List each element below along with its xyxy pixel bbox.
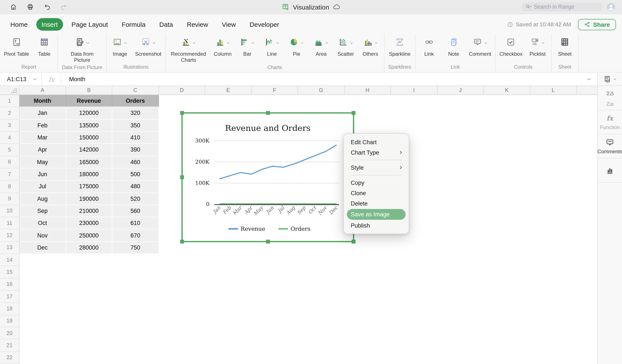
row-header-17[interactable]: 17 xyxy=(0,291,19,303)
cell[interactable]: 190000 xyxy=(66,193,112,205)
cell[interactable]: 460 xyxy=(112,156,159,168)
scatter-button[interactable]: Scatter xyxy=(336,37,355,57)
sidebar-item-chart[interactable] xyxy=(598,158,622,183)
row-header-14[interactable]: 14 xyxy=(0,254,19,266)
sidebar-item-comments[interactable]: Comments xyxy=(598,134,622,158)
tab-data[interactable]: Data xyxy=(154,18,178,31)
cell[interactable]: 165000 xyxy=(66,156,112,168)
sheet-button[interactable]: Sheet xyxy=(555,37,574,57)
row-header-22[interactable]: 22 xyxy=(0,352,19,364)
selection-handle[interactable] xyxy=(351,240,355,244)
comment-button[interactable]: Comment xyxy=(469,37,491,57)
share-button[interactable]: Share xyxy=(578,19,616,30)
row-header-11[interactable]: 11 xyxy=(0,217,19,230)
row-header-6[interactable]: 6 xyxy=(0,156,19,168)
column-button[interactable]: Column xyxy=(213,37,232,57)
cell[interactable]: 520 xyxy=(112,193,159,205)
column-header-B[interactable]: B xyxy=(66,86,112,95)
column-header-J[interactable]: J xyxy=(437,86,484,95)
others-button[interactable]: Others xyxy=(361,37,380,57)
row-header-21[interactable]: 21 xyxy=(0,340,19,352)
line-button[interactable]: Line xyxy=(262,37,281,57)
data-from-picture-button[interactable]: Data from Picture xyxy=(63,37,101,63)
selection-handle[interactable] xyxy=(351,111,355,115)
cell[interactable]: 670 xyxy=(112,230,159,242)
dropdown-chevron-icon[interactable] xyxy=(541,41,545,45)
menu-item-save-as-image[interactable]: Save as Image xyxy=(347,209,406,220)
menu-item-edit-chart[interactable]: Edit Chart xyxy=(344,137,409,147)
chart-object[interactable]: 0100K200K300KJanFebMarAprMayJunJulAugSep… xyxy=(181,112,354,242)
column-header-G[interactable]: G xyxy=(298,86,345,95)
undo-icon[interactable] xyxy=(43,3,51,11)
row-header-3[interactable]: 3 xyxy=(0,119,19,132)
row-header-20[interactable]: 20 xyxy=(0,327,19,340)
menu-item-clone[interactable]: Clone xyxy=(344,188,409,198)
picklist-button[interactable]: Picklist xyxy=(528,37,547,57)
cell[interactable]: 320 xyxy=(112,107,159,120)
cell[interactable]: 350 xyxy=(112,119,159,132)
dropdown-chevron-icon[interactable] xyxy=(86,41,90,45)
column-header-K[interactable]: K xyxy=(484,86,530,95)
cell[interactable]: 210000 xyxy=(66,205,112,217)
sparkline-button[interactable]: Sparkline xyxy=(389,37,410,57)
cell[interactable]: 120000 xyxy=(66,107,112,120)
row-header-4[interactable]: 4 xyxy=(0,132,19,144)
sheet-view-tool[interactable] xyxy=(598,73,622,86)
row-header-8[interactable]: 8 xyxy=(0,180,19,193)
cell-header[interactable]: Revenue xyxy=(66,95,112,107)
row-header-12[interactable]: 12 xyxy=(0,230,19,242)
redo-icon[interactable] xyxy=(60,3,68,11)
dropdown-chevron-icon[interactable] xyxy=(374,41,378,45)
select-all-corner[interactable] xyxy=(0,86,19,95)
menu-item-style[interactable]: Style xyxy=(344,162,409,173)
tab-view[interactable]: View xyxy=(217,18,241,31)
column-header-L[interactable]: L xyxy=(530,86,577,95)
cell[interactable]: 410 xyxy=(112,132,159,144)
search-box[interactable] xyxy=(522,2,602,11)
screenshot-button[interactable]: Screenshot xyxy=(135,37,161,57)
tab-developer[interactable]: Developer xyxy=(244,18,284,31)
tab-page-layout[interactable]: Page Layout xyxy=(66,18,113,31)
menu-item-delete[interactable]: Delete xyxy=(344,198,409,209)
menu-item-publish[interactable]: Publish xyxy=(344,220,409,230)
selection-handle[interactable] xyxy=(180,175,184,179)
cell[interactable]: Jun xyxy=(19,168,66,181)
sidebar-item-function[interactable]: fxFunction xyxy=(598,110,622,134)
cell[interactable]: Aug xyxy=(19,193,66,205)
column-header-I[interactable]: I xyxy=(391,86,437,95)
row-header-9[interactable]: 9 xyxy=(0,193,19,205)
cell[interactable]: 175000 xyxy=(66,180,112,193)
cell[interactable]: 500 xyxy=(112,168,159,181)
cell[interactable]: Nov xyxy=(19,230,66,242)
column-header-C[interactable]: C xyxy=(112,86,159,95)
cell[interactable]: Feb xyxy=(19,119,66,132)
avatar[interactable] xyxy=(607,3,615,11)
dropdown-chevron-icon[interactable] xyxy=(484,41,487,45)
link-button[interactable]: Link xyxy=(419,37,438,57)
dropdown-chevron-icon[interactable] xyxy=(251,41,255,45)
search-input[interactable] xyxy=(534,4,590,10)
document-title-group[interactable]: Visualization xyxy=(181,3,441,11)
cell[interactable]: Jan xyxy=(19,107,66,120)
fx-button[interactable]: fx xyxy=(41,73,61,85)
row-header-13[interactable]: 13 xyxy=(0,242,19,254)
cell[interactable]: Oct xyxy=(19,217,66,230)
tab-home[interactable]: Home xyxy=(5,18,33,31)
table-button[interactable]: Table xyxy=(35,37,54,57)
image-button[interactable]: Image xyxy=(111,37,130,57)
row-header-2[interactable]: 2 xyxy=(0,107,19,120)
tab-formula[interactable]: Formula xyxy=(117,18,151,31)
cell[interactable]: 230000 xyxy=(66,217,112,230)
cell[interactable]: Jul xyxy=(19,180,66,193)
row-header-16[interactable]: 16 xyxy=(0,278,19,291)
cell[interactable]: Dec xyxy=(19,242,66,254)
sidebar-item-zia[interactable]: Zia xyxy=(598,86,622,110)
dropdown-chevron-icon[interactable] xyxy=(300,41,304,45)
formula-bar-collapse[interactable] xyxy=(586,73,597,85)
note-button[interactable]: Note xyxy=(444,37,463,57)
dropdown-chevron-icon[interactable] xyxy=(152,41,156,45)
cell-header[interactable]: Month xyxy=(19,95,66,107)
cell[interactable]: Sep xyxy=(19,205,66,217)
column-header-A[interactable]: A xyxy=(19,86,66,95)
name-box[interactable]: A1:C13 xyxy=(0,73,41,85)
